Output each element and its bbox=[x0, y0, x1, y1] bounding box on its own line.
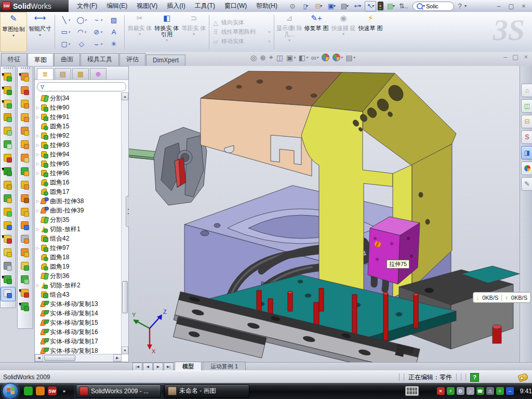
first-tab-button[interactable]: |◀ bbox=[132, 363, 142, 371]
messenger-icon[interactable] bbox=[24, 387, 33, 395]
taskbar-button[interactable]: 未命名 - 画图 bbox=[164, 384, 249, 398]
tag-icon[interactable] bbox=[517, 373, 528, 382]
view-settings-icon[interactable]: ▤▾ bbox=[346, 54, 355, 62]
hole-wizard-icon[interactable] bbox=[1, 152, 15, 165]
save-icon[interactable]: ▣▾ bbox=[326, 1, 337, 11]
feature-tree-item[interactable]: ▷ 分割35 bbox=[35, 215, 122, 224]
scroll-thumb[interactable] bbox=[44, 355, 75, 361]
chevron-down-icon[interactable]: ▾ bbox=[39, 32, 41, 38]
zoom-area-icon[interactable]: ⊕ bbox=[260, 54, 266, 62]
restore-button[interactable]: ▢ bbox=[506, 2, 516, 10]
command-manager-tab[interactable]: 特征 bbox=[1, 53, 27, 66]
zoom-fit-icon[interactable]: ◎ bbox=[250, 54, 257, 62]
move-face-icon[interactable] bbox=[18, 219, 32, 233]
view-palette-icon[interactable]: ◨ bbox=[521, 146, 532, 159]
draft-analysis-icon[interactable] bbox=[18, 98, 32, 111]
graphics-viewport[interactable]: Y Z X 拉伸75 bbox=[129, 66, 520, 362]
part-red-stub[interactable] bbox=[493, 325, 501, 343]
design-library-icon[interactable]: ◫ bbox=[521, 99, 532, 113]
rebuild-traffic-light-icon[interactable] bbox=[378, 2, 383, 10]
feature-tree-item[interactable]: ▷ 实体-移动/复制15 bbox=[35, 318, 122, 327]
prev-tab-button[interactable]: ◀ bbox=[143, 363, 153, 371]
next-tab-button[interactable]: ▶ bbox=[153, 363, 163, 371]
sketch-text-icon[interactable]: A bbox=[106, 26, 122, 38]
feature-tree-item[interactable]: ▷ 实体-移动/复制16 bbox=[35, 327, 122, 337]
line-icon[interactable]: ╲▾ bbox=[58, 15, 73, 26]
circle-icon[interactable]: ◯▾ bbox=[74, 15, 89, 26]
feature-tree-item[interactable]: ▷ 圆角16 bbox=[35, 178, 122, 187]
feature-tree-item[interactable]: ▷ 曲面-拉伸38 bbox=[35, 196, 122, 206]
scroll-down-button[interactable]: ▼ bbox=[122, 347, 128, 354]
pin-icon[interactable]: ⊙ bbox=[287, 1, 298, 11]
command-button[interactable]: ✂ 剪裁实 体 ▾ bbox=[126, 12, 153, 52]
command-button[interactable]: ⊃ 等距实 体 ▾ bbox=[180, 12, 207, 52]
scroll-left-button[interactable]: ◀ bbox=[35, 354, 43, 362]
expand-arrow-icon[interactable]: ▷ bbox=[35, 208, 41, 213]
feature-tree-item[interactable]: ▷ 实体-移动/复制13 bbox=[35, 299, 122, 309]
feature-tree-item[interactable]: ▷ 拉伸97 bbox=[35, 243, 122, 252]
core-icon[interactable] bbox=[18, 192, 32, 206]
document-tab[interactable]: 模型 bbox=[175, 362, 202, 371]
fillet-icon[interactable]: ▾ bbox=[1, 98, 15, 111]
tree-filter-input[interactable]: ∇ bbox=[37, 82, 126, 91]
revolve-boss-icon[interactable]: ▾ bbox=[1, 71, 15, 84]
menu-item[interactable]: 视图(V) bbox=[132, 0, 162, 12]
chevron-down-icon[interactable]: ▾ bbox=[12, 33, 15, 39]
split-icon[interactable] bbox=[1, 206, 15, 219]
appearances-scenes-icon[interactable] bbox=[521, 162, 532, 175]
new-document-icon[interactable]: ▯▾ bbox=[300, 1, 311, 11]
command-manager-tab[interactable]: 草图 bbox=[28, 53, 54, 66]
selection-box-icon[interactable]: ▧ bbox=[106, 15, 122, 26]
taskbar-button[interactable]: SolidWorks 2009 - ... bbox=[76, 384, 161, 398]
command-row-button[interactable]: △ 镜向实体 bbox=[211, 19, 272, 26]
offset-surface-icon[interactable] bbox=[18, 233, 32, 246]
command-manager-tab[interactable]: 评估 bbox=[119, 53, 145, 66]
feature-tree-item[interactable]: ▷ 实体-移动/复制14 bbox=[35, 309, 122, 318]
delete-face-icon[interactable]: ▾ bbox=[18, 287, 32, 300]
voip-phone-icon[interactable]: ☎ bbox=[476, 387, 484, 395]
solidworks-resources-icon[interactable]: ⌂ bbox=[521, 84, 532, 97]
expand-arrow-icon[interactable]: ▷ bbox=[35, 115, 41, 119]
feature-tree-item[interactable]: ▷ 组合43 bbox=[35, 290, 122, 299]
command-button[interactable]: ◉ 快速捕 捉 ▾ bbox=[330, 12, 357, 52]
sketch-fillet-icon[interactable]: ⌣▾ bbox=[90, 38, 105, 50]
expand-arrow-icon[interactable]: ▷ bbox=[35, 199, 41, 204]
dome-icon[interactable] bbox=[18, 273, 32, 287]
chevron-down-icon[interactable]: ▾ bbox=[268, 30, 270, 34]
menu-item[interactable]: 插入(I) bbox=[163, 0, 189, 12]
feature-tree-item[interactable]: ▷ 拉伸93 bbox=[35, 140, 122, 150]
feature-tree-item[interactable]: ▷ 曲面-拉伸39 bbox=[35, 206, 122, 215]
doc-restore-button[interactable]: ▢ bbox=[512, 54, 518, 60]
chevron-down-icon[interactable]: ▾ bbox=[139, 31, 141, 37]
quicklaunch-overflow-icon[interactable]: » bbox=[60, 387, 69, 395]
knit-surface-icon[interactable] bbox=[18, 260, 32, 273]
chevron-down-icon[interactable]: ▾ bbox=[268, 39, 270, 44]
helix-curve-icon[interactable]: ▾ bbox=[1, 273, 15, 287]
combine-bodies-icon[interactable] bbox=[1, 179, 15, 192]
network-warning-icon[interactable]: ⚠ bbox=[486, 387, 494, 395]
view-orientation-icon[interactable]: ▣▾ bbox=[286, 54, 296, 62]
scale-icon[interactable]: ▾ bbox=[18, 71, 32, 84]
apply-scene-icon[interactable]: ▾ bbox=[332, 54, 343, 61]
tree-horizontal-scrollbar[interactable]: ◀ ▶ bbox=[35, 354, 122, 362]
feature-tree-item[interactable]: ▷ 圆角17 bbox=[35, 187, 122, 196]
measure-icon[interactable] bbox=[1, 287, 16, 301]
feature-tree-item[interactable]: ▷ 圆角19 bbox=[35, 262, 122, 271]
scroll-thumb[interactable] bbox=[122, 281, 128, 313]
undo-icon[interactable]: ↩▾ bbox=[352, 1, 363, 11]
feature-tree-item[interactable]: ▷ 实体-移动/复制18 bbox=[35, 346, 122, 354]
feature-tree-item[interactable]: ▷ 分割34 bbox=[35, 94, 122, 103]
configurationmanager-tab-icon[interactable]: ▦ bbox=[72, 68, 89, 79]
antivirus-ball-icon[interactable] bbox=[36, 387, 45, 395]
security-alert-icon[interactable]: ✕ bbox=[437, 387, 445, 395]
command-button[interactable]: ⚡ 快速草 图 bbox=[357, 12, 384, 52]
point-icon[interactable]: ✳ bbox=[106, 38, 122, 50]
volume-icon[interactable]: ♪ bbox=[467, 387, 474, 395]
close-button[interactable]: × bbox=[518, 2, 529, 10]
antivirus-shield-icon[interactable]: ⚡ bbox=[447, 387, 455, 395]
search-input[interactable] bbox=[425, 3, 450, 10]
search-icon[interactable] bbox=[417, 3, 423, 9]
command-button[interactable]: ✎+ 修复草 图 bbox=[303, 12, 330, 52]
magnified-selection-icon[interactable]: ⌖ bbox=[269, 53, 273, 62]
start-button[interactable] bbox=[2, 383, 19, 399]
